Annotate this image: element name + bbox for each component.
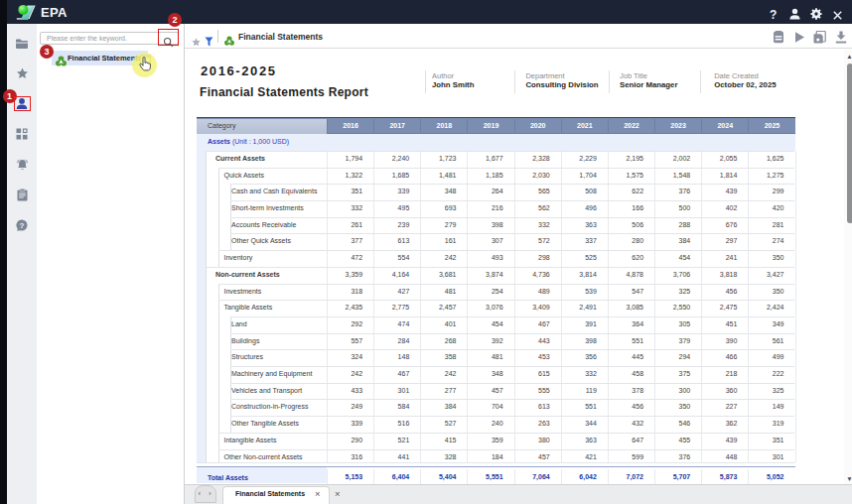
svg-text:?: ?: [20, 221, 25, 230]
